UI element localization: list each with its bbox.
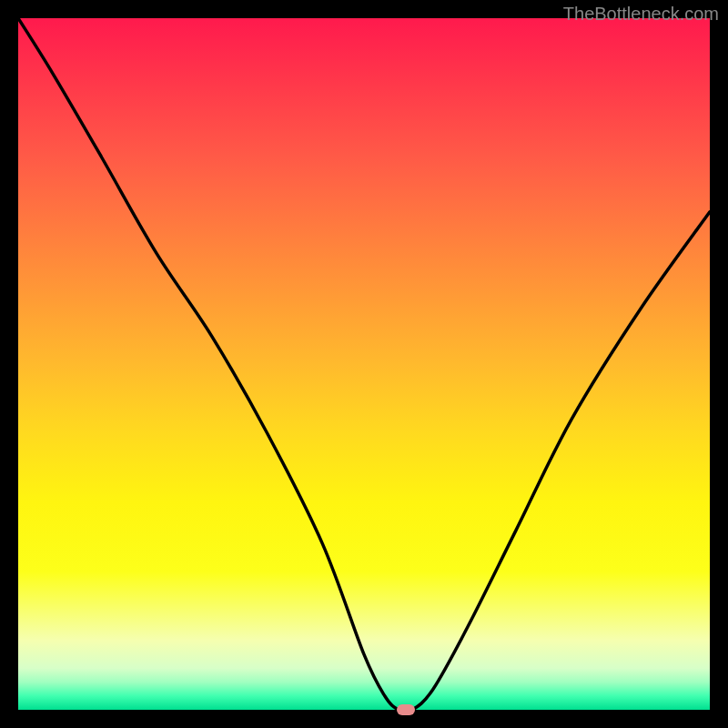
- optimal-point-marker: [397, 704, 415, 715]
- curve-svg: [18, 18, 710, 710]
- plot-area: [18, 18, 710, 710]
- watermark-text: TheBottleneck.com: [563, 4, 719, 25]
- chart-container: TheBottleneck.com: [0, 0, 728, 728]
- bottleneck-curve-path: [18, 18, 710, 710]
